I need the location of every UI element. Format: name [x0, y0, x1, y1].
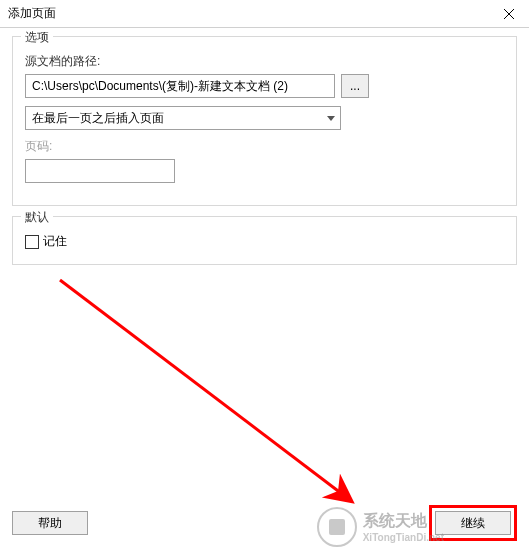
continue-button[interactable]: 继续 — [435, 511, 511, 535]
remember-label: 记住 — [43, 233, 67, 250]
close-icon — [504, 9, 514, 19]
page-number-label: 页码: — [25, 138, 504, 155]
defaults-fieldset: 默认 记住 — [12, 216, 517, 265]
defaults-legend: 默认 — [21, 209, 53, 226]
options-fieldset: 选项 源文档的路径: ... 在最后一页之后插入页面 页码: — [12, 36, 517, 206]
dialog-button-bar: 帮助 继续 — [12, 505, 517, 541]
annotation-arrow — [50, 270, 410, 530]
remember-checkbox[interactable] — [25, 235, 39, 249]
close-button[interactable] — [489, 0, 529, 28]
svg-line-2 — [60, 280, 350, 500]
insert-position-select[interactable]: 在最后一页之后插入页面 — [25, 106, 341, 130]
titlebar: 添加页面 — [0, 0, 529, 28]
dialog-title: 添加页面 — [8, 5, 56, 22]
source-path-label: 源文档的路径: — [25, 53, 504, 70]
page-number-input — [25, 159, 175, 183]
source-path-input[interactable] — [25, 74, 335, 98]
dialog-content: 选项 源文档的路径: ... 在最后一页之后插入页面 页码: 默认 记住 — [0, 28, 529, 283]
annotation-highlight: 继续 — [429, 505, 517, 541]
browse-button[interactable]: ... — [341, 74, 369, 98]
options-legend: 选项 — [21, 29, 53, 46]
help-button[interactable]: 帮助 — [12, 511, 88, 535]
